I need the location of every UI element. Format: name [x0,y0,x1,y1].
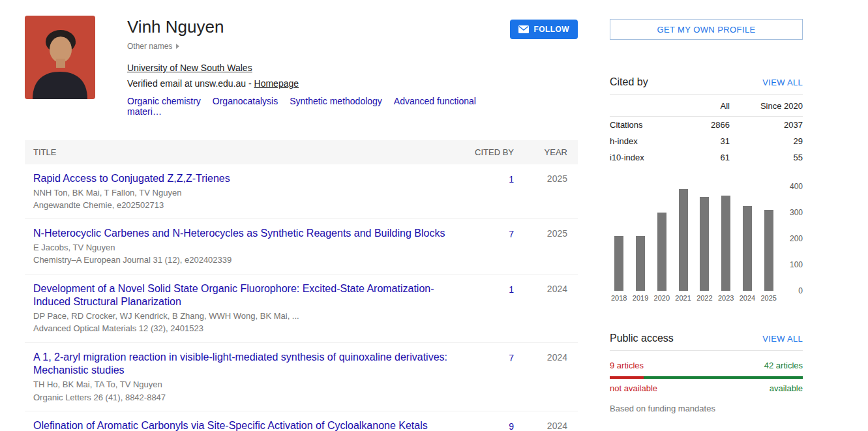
publication-row: Rapid Access to Conjugated Z,Z,Z-Trienes… [25,164,578,219]
publication-year: 2024 [519,342,578,411]
y-axis-tick-label: 200 [790,234,803,243]
metric-all-value[interactable]: 31 [721,136,730,146]
profile-header: Vinh Nguyen Other names University of Ne… [25,16,578,117]
publication-year: 2025 [519,164,578,219]
chevron-right-icon [176,44,179,49]
publication-row: Olefination of Aromatic Carbonyls via Si… [25,411,578,431]
metric-label: Citations [610,117,684,134]
metrics-empty-header [610,95,684,117]
sidebar: GET MY OWN PROFILE Cited by VIEW ALL All… [610,16,803,431]
profile-name: Vinh Nguyen [127,17,510,37]
publication-title-link[interactable]: Rapid Access to Conjugated Z,Z,Z-Trienes [33,173,230,184]
chart-bar[interactable] [764,210,773,291]
citations-per-year-chart: 20182019202020212022202320242025 0100200… [610,184,803,304]
chart-bar-group: 2018 [611,184,627,304]
chart-bar-group: 2022 [696,184,712,304]
profile-info: Vinh Nguyen Other names University of Ne… [127,16,510,117]
profile-photo [25,16,95,99]
chart-year-label: 2025 [760,292,776,304]
publication-authors: DP Pace, RD Crocker, WJ Kendrick, B Zhan… [33,311,451,321]
interest-link[interactable]: Organocatalysis [213,96,278,106]
metrics-since-header: Since 2020 [730,95,803,117]
metrics-all-header: All [684,95,730,117]
chart-plot-area: 20182019202020212022202320242025 [610,184,778,304]
not-available-label: not available [610,383,657,393]
y-axis-tick-label: 0 [798,286,803,295]
chart-bar[interactable] [679,189,688,291]
cited-by-count-link[interactable]: 1 [509,284,514,295]
chart-bar[interactable] [636,236,645,291]
y-axis-tick-label: 300 [790,208,803,217]
cited-by-count-link[interactable]: 7 [509,353,514,363]
publications-table: TITLE CITED BY YEAR Rapid Access to Conj… [25,140,578,431]
metric-row: h-index3129 [610,133,803,149]
metric-since-value[interactable]: 2037 [784,120,803,130]
cited-by-view-all-link[interactable]: VIEW ALL [762,78,803,87]
main-column: Vinh Nguyen Other names University of Ne… [25,16,578,431]
public-access-counts: 9 articles 42 articles [610,361,803,370]
publication-title-link[interactable]: Development of a Novel Solid State Organ… [33,283,434,308]
metric-since-value[interactable]: 29 [794,136,803,146]
interest-link[interactable]: Synthetic methodology [290,96,382,106]
citation-metrics-table: All Since 2020 Citations28662037h-index3… [610,95,803,166]
follow-button[interactable]: FOLLOW [510,20,578,39]
metric-row: Citations28662037 [610,117,803,134]
available-count: 42 articles [764,361,803,370]
metric-all-value[interactable]: 2866 [711,120,730,130]
chart-year-label: 2020 [654,292,670,304]
other-names-label: Other names [127,42,172,51]
cited-by-section: Cited by VIEW ALL All Since 2020 Citatio… [610,76,803,304]
chart-bar[interactable] [743,206,752,291]
publication-authors: E Jacobs, TV Nguyen [33,243,451,253]
chart-bar[interactable] [721,196,730,291]
interest-link[interactable]: Organic chemistry [127,96,201,106]
chart-bar[interactable] [700,197,709,291]
publication-title-link[interactable]: N-Heterocyclic Carbenes and N-Heterocycl… [33,228,445,239]
publication-year: 2025 [519,219,578,274]
public-access-view-all-link[interactable]: VIEW ALL [762,334,803,344]
metric-since-value[interactable]: 55 [794,153,803,162]
verified-email: Verified email at unsw.edu.au - Homepage [127,78,510,89]
title-column-header: TITLE [25,140,457,164]
cited-by-count-link[interactable]: 1 [509,174,514,185]
public-access-title: Public access [610,333,674,344]
metric-all-value[interactable]: 61 [721,153,730,162]
chart-year-label: 2024 [740,292,755,304]
chart-bar[interactable] [614,236,623,291]
publication-venue: Chemistry–A European Journal 31 (12), e2… [33,255,451,265]
affiliation-link[interactable]: University of New South Wales [127,63,252,73]
publication-title-link[interactable]: A 1, 2-aryl migration reaction in visibl… [33,351,447,376]
chart-bar-group: 2024 [740,184,755,304]
chart-bar-group: 2023 [718,184,734,304]
metric-label: h-index [610,133,684,149]
chart-year-label: 2022 [696,292,712,304]
publication-row: A 1, 2-aryl migration reaction in visibl… [25,342,578,411]
chart-year-label: 2023 [718,292,734,304]
not-available-count: 9 articles [610,361,644,370]
chart-bar-group: 2025 [760,184,776,304]
publication-row: N-Heterocyclic Carbenes and N-Heterocycl… [25,219,578,274]
get-my-own-profile-button[interactable]: GET MY OWN PROFILE [610,19,803,40]
other-names-toggle[interactable]: Other names [127,42,179,51]
publication-title-link[interactable]: Olefination of Aromatic Carbonyls via Si… [33,420,428,431]
follow-button-label: FOLLOW [534,25,569,34]
available-label: available [770,383,803,393]
publication-venue: Advanced Optical Materials 12 (32), 2401… [33,323,451,334]
available-bar-segment [644,376,803,379]
envelope-icon [518,25,529,33]
cited-by-count-link[interactable]: 9 [509,421,514,431]
homepage-link[interactable]: Homepage [254,78,299,89]
chart-bar[interactable] [657,213,666,291]
publication-authors: NNH Ton, BK Mai, T Fallon, TV Nguyen [33,188,451,198]
year-column-header[interactable]: YEAR [519,140,578,164]
cited-by-count-link[interactable]: 7 [509,229,514,239]
cited-by-title: Cited by [610,76,648,88]
chart-year-label: 2021 [675,292,691,304]
scholar-profile-page: Vinh Nguyen Other names University of Ne… [0,0,868,431]
cited-by-column-header[interactable]: CITED BY [457,140,519,164]
profile-photo-image [25,16,95,99]
not-available-bar-segment [610,376,644,379]
interest-list: Organic chemistryOrganocatalysisSyntheti… [127,96,510,117]
publication-venue: Organic Letters 26 (41), 8842-8847 [33,393,451,403]
public-access-labels: not available available [610,383,803,393]
